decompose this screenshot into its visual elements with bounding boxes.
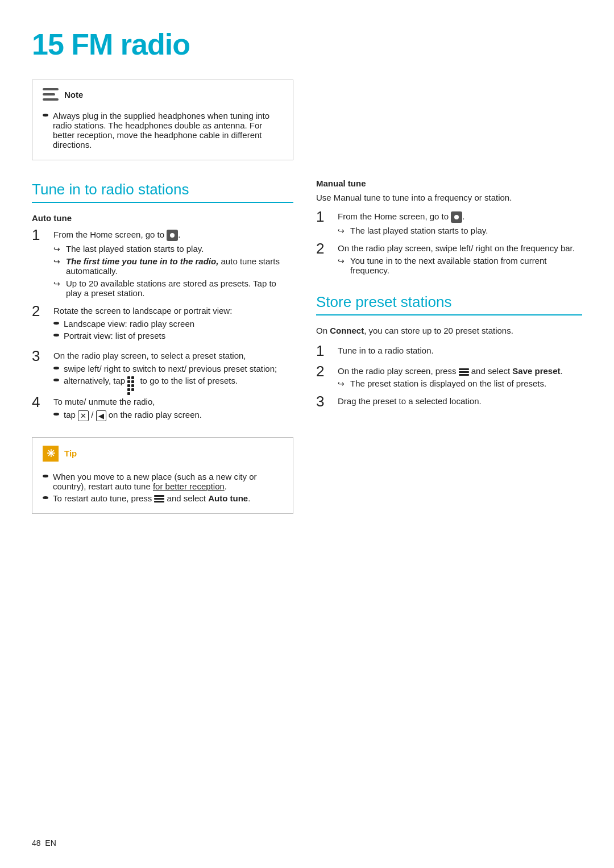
step1-text: From the Home screen, go to <box>53 230 167 239</box>
radio-app-icon <box>451 211 462 223</box>
store-steps: 1 Tune in to a radio station. 2 On the r… <box>316 343 582 409</box>
bullet-icon <box>53 334 59 337</box>
step3-bullet2: alternatively, tap to go to the list of … <box>53 376 293 387</box>
store-section-title: Store preset stations <box>316 293 582 315</box>
manual-step2-num: 2 <box>316 241 332 256</box>
chapter-name: FM radio <box>71 28 190 61</box>
step2-bullet1: Landscape view: radio play screen <box>53 319 293 329</box>
menu-icon <box>154 495 164 502</box>
store-intro: On Connect, you can store up to 20 prese… <box>316 326 582 335</box>
step3-content: On the radio play screen, to select a pr… <box>53 348 293 389</box>
step4-text: To mute/ unmute the radio, <box>53 397 155 406</box>
manual-step1-num: 1 <box>316 209 332 224</box>
chapter-title: 15 FM radio <box>32 27 582 61</box>
store-step-2: 2 On the radio play screen, press and se… <box>316 364 582 388</box>
store-step1-content: Tune in to a radio station. <box>338 343 582 355</box>
step1-period: . <box>178 230 180 239</box>
connect-word: Connect <box>330 326 364 335</box>
store-step-3: 3 Drag the preset to a selected location… <box>316 394 582 409</box>
step1-arrow1: ↪ The last played station starts to play… <box>53 244 293 254</box>
manual-tune-intro: Use Manual tune to tune into a frequency… <box>316 193 582 202</box>
store-step3-num: 3 <box>316 394 332 409</box>
manual-step2-arrow1: ↪ You tune in to the next available stat… <box>338 256 582 275</box>
step1-content: From the Home screen, go to . ↪ The last… <box>53 227 293 298</box>
store-step2-text: On the radio play screen, press and sele… <box>338 366 563 376</box>
store-step3-text: Drag the preset to a selected location. <box>338 396 482 406</box>
store-intro-part2: , you can store up to 20 preset stations… <box>364 326 513 335</box>
manual-step2-content: On the radio play screen, swipe left/ ri… <box>338 241 582 275</box>
menu-icon <box>459 368 469 376</box>
store-step-1: 1 Tune in to a radio station. <box>316 343 582 358</box>
auto-tune-steps: 1 From the Home screen, go to . ↪ The la… <box>32 227 293 423</box>
save-preset-text: Save preset <box>512 366 560 376</box>
note-content: Always plug in the supplied headphones w… <box>43 107 283 152</box>
step1-arrow2: ↪ The first time you tune in to the radi… <box>53 256 293 276</box>
step1-num: 1 <box>32 227 48 242</box>
bullet-icon <box>53 367 59 369</box>
step2-content: Rotate the screen to landscape or portra… <box>53 304 293 343</box>
step1-arrow1-text: The last played station starts to play. <box>66 244 293 254</box>
auto-tune-step-2: 2 Rotate the screen to landscape or port… <box>32 304 293 343</box>
tip-bullet2: To restart auto tune, press and select A… <box>43 493 283 503</box>
tip-bullets: When you move to a new place (such as a … <box>43 472 283 505</box>
manual-step1-arrow1: ↪ The last played station starts to play… <box>338 226 582 235</box>
arrow-icon: ↪ <box>338 379 347 388</box>
bullet-icon <box>53 413 59 416</box>
arrow-icon: ↪ <box>53 279 63 288</box>
manual-step1-content: From the Home screen, go to . ↪ The last… <box>338 209 582 235</box>
auto-tune-step-4: 4 To mute/ unmute the radio, tap ✕ / ◀ o… <box>32 394 293 423</box>
step2-bullet2-text: Portrait view: list of presets <box>64 331 165 340</box>
grid-icon <box>127 376 138 387</box>
store-step3-content: Drag the preset to a selected location. <box>338 394 582 406</box>
step1-arrow2-text: The first time you tune in to the radio,… <box>66 256 293 276</box>
tune-section-title: Tune in to radio stations <box>32 181 293 203</box>
manual-tune-steps: 1 From the Home screen, go to . ↪ The la… <box>316 209 582 275</box>
bullet-icon <box>53 322 59 325</box>
tip-bullet2-text: To restart auto tune, press and select A… <box>53 493 250 503</box>
bullet-icon <box>43 475 48 477</box>
mute-icon: ✕ <box>78 410 89 421</box>
tip-bullet1-text: When you move to a new place (such as a … <box>53 472 283 491</box>
main-content: Tune in to radio stations Auto tune 1 Fr… <box>32 178 582 514</box>
store-step2-arrow1-text: The preset station is displayed on the l… <box>350 379 582 388</box>
step4-content: To mute/ unmute the radio, tap ✕ / ◀ on … <box>53 394 293 423</box>
tip-box: ✳ Tip When you move to a new place (such… <box>32 437 293 514</box>
bullet-icon <box>43 114 48 117</box>
auto-tune-step-3: 3 On the radio play screen, to select a … <box>32 348 293 389</box>
step2-num: 2 <box>32 304 48 318</box>
step3-num: 3 <box>32 348 48 363</box>
left-column: Tune in to radio stations Auto tune 1 Fr… <box>32 178 293 514</box>
step3-text: On the radio play screen, to select a pr… <box>53 351 246 360</box>
store-step1-text: Tune in to a radio station. <box>338 346 434 355</box>
manual-tune-section: Manual tune Use Manual tune to tune into… <box>316 178 582 275</box>
step4-bullets: tap ✕ / ◀ on the radio play screen. <box>53 410 293 421</box>
auto-tune-step-1: 1 From the Home screen, go to . ↪ The la… <box>32 227 293 298</box>
bullet-icon <box>43 496 48 499</box>
tip-icon: ✳ <box>43 446 59 462</box>
step3-bullet1-text: swipe left/ right to switch to next/ pre… <box>64 364 277 373</box>
store-preset-section: Store preset stations On Connect, you ca… <box>316 293 582 409</box>
auto-tune-label: Auto tune <box>32 213 293 223</box>
step3-bullet1: swipe left/ right to switch to next/ pre… <box>53 364 293 373</box>
step4-num: 4 <box>32 394 48 409</box>
right-column: Manual tune Use Manual tune to tune into… <box>316 178 582 514</box>
step1-arrow3: ↪ Up to 20 available stations are stored… <box>53 279 293 298</box>
manual-step2-text: On the radio play screen, swipe left/ ri… <box>338 243 575 253</box>
page-footer: 48 EN <box>32 838 56 848</box>
note-text: Always plug in the supplied headphones w… <box>53 111 283 149</box>
volume-icon: ◀ <box>96 410 106 421</box>
radio-app-icon <box>167 230 178 241</box>
step2-bullets: Landscape view: radio play screen Portra… <box>53 319 293 340</box>
page-lang: EN <box>45 838 56 848</box>
note-label: Note <box>64 90 83 99</box>
tip-label: Tip <box>64 448 77 458</box>
store-step1-num: 1 <box>316 343 332 358</box>
bullet-icon <box>53 379 59 381</box>
note-box: Note Always plug in the supplied headpho… <box>32 80 293 160</box>
step3-bullet2-text: alternatively, tap to go to the list of … <box>64 376 238 387</box>
step3-bullets: swipe left/ right to switch to next/ pre… <box>53 364 293 387</box>
note-header: Note <box>43 88 283 101</box>
chapter-number: 15 <box>32 28 64 61</box>
step4-bullet1: tap ✕ / ◀ on the radio play screen. <box>53 410 293 421</box>
step2-bullet1-text: Landscape view: radio play screen <box>64 319 194 329</box>
